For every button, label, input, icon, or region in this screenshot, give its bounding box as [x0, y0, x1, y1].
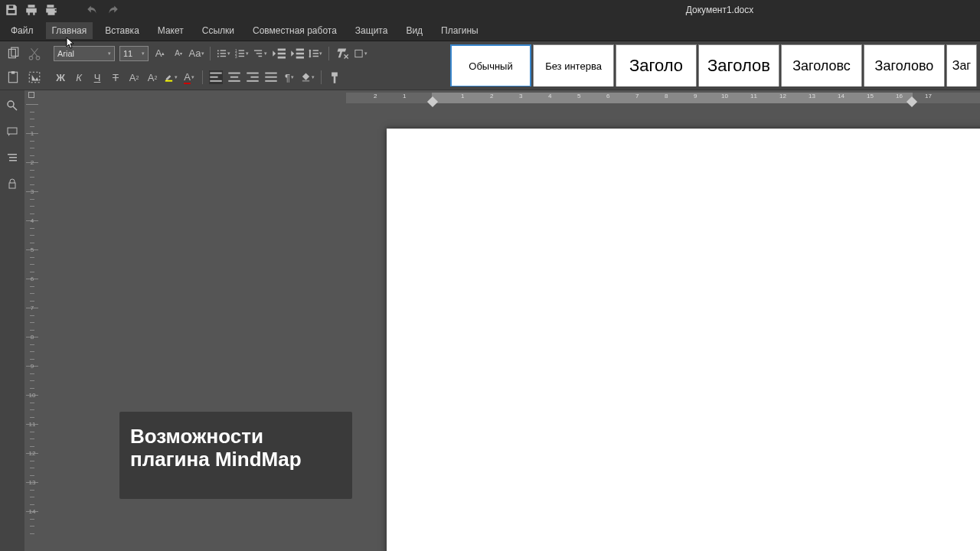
svg-rect-28 — [230, 77, 238, 78]
change-case-icon[interactable]: Aa — [190, 47, 204, 60]
shading-icon[interactable] — [301, 70, 315, 84]
line-spacing-icon[interactable] — [309, 47, 322, 60]
search-icon[interactable] — [6, 99, 18, 112]
svg-rect-33 — [265, 73, 276, 74]
menu-plugins[interactable]: Плагины — [435, 22, 485, 39]
menu-home[interactable]: Главная — [46, 22, 93, 39]
undo-icon[interactable] — [86, 3, 100, 17]
subscript-icon[interactable]: A2 — [145, 70, 159, 84]
style-heading2[interactable]: Заголов — [698, 44, 779, 86]
menu-file[interactable]: Файл — [5, 22, 40, 39]
paragraph-mark-icon[interactable]: ¶ — [283, 70, 296, 84]
underline-icon[interactable]: Ч — [90, 70, 104, 84]
lock-icon[interactable] — [6, 178, 18, 190]
style-no-spacing[interactable]: Без интерва — [533, 44, 614, 86]
svg-rect-12 — [220, 56, 226, 57]
menu-insert[interactable]: Вставка — [99, 22, 145, 39]
menu-protection[interactable]: Защита — [349, 22, 394, 39]
overlay-line1: Возможности — [130, 425, 341, 448]
font-size-combo[interactable]: 11▾ — [119, 46, 149, 61]
borders-icon[interactable] — [354, 47, 368, 60]
numbered-list-icon[interactable]: 123 — [235, 47, 249, 60]
svg-rect-29 — [228, 80, 240, 82]
svg-rect-31 — [250, 77, 258, 78]
svg-rect-16 — [239, 53, 244, 54]
svg-rect-6 — [29, 73, 40, 83]
align-left-icon[interactable] — [209, 70, 223, 84]
svg-rect-35 — [265, 80, 276, 82]
svg-rect-39 — [8, 154, 17, 155]
svg-point-11 — [217, 56, 219, 57]
svg-point-9 — [217, 53, 219, 54]
svg-rect-19 — [254, 50, 262, 51]
superscript-icon[interactable]: A2 — [127, 70, 141, 84]
cut-icon[interactable] — [28, 47, 41, 60]
align-center-icon[interactable] — [227, 70, 241, 84]
svg-rect-32 — [247, 80, 258, 82]
svg-point-37 — [8, 101, 14, 107]
svg-rect-27 — [228, 73, 240, 74]
style-heading5[interactable]: Заг — [946, 44, 977, 86]
increase-font-icon[interactable]: A▴ — [153, 47, 167, 60]
style-gallery: Обычный Без интерва Заголо Заголов Загол… — [450, 44, 980, 86]
decrease-indent-icon[interactable] — [272, 47, 286, 60]
menu-view[interactable]: Вид — [400, 22, 429, 39]
svg-rect-10 — [220, 53, 226, 54]
bold-icon[interactable]: Ж — [54, 70, 67, 84]
style-heading1[interactable]: Заголо — [616, 44, 697, 86]
menu-references[interactable]: Ссылки — [196, 22, 240, 39]
font-name-combo[interactable]: Arial▾ — [54, 46, 115, 61]
svg-point-7 — [217, 50, 219, 51]
decrease-font-icon[interactable]: A▾ — [172, 47, 185, 60]
align-right-icon[interactable] — [246, 70, 260, 84]
svg-rect-36 — [302, 80, 309, 82]
style-normal[interactable]: Обычный — [450, 44, 531, 86]
overlay-line2: плагина MindMap — [130, 448, 341, 471]
multilevel-list-icon[interactable] — [253, 47, 267, 60]
comments-icon[interactable] — [6, 126, 18, 138]
svg-rect-38 — [8, 128, 17, 134]
print-icon[interactable] — [24, 3, 38, 17]
svg-rect-22 — [355, 50, 362, 57]
font-name-value: Arial — [57, 49, 74, 58]
svg-rect-14 — [239, 50, 244, 51]
menu-layout[interactable]: Макет — [152, 22, 190, 39]
document-page[interactable] — [387, 129, 980, 551]
bullet-list-icon[interactable] — [217, 47, 230, 60]
menu-collaboration[interactable]: Совместная работа — [247, 22, 343, 39]
font-size-value: 11 — [123, 49, 132, 58]
style-heading3[interactable]: Заголовс — [781, 44, 862, 86]
clear-format-icon[interactable] — [335, 47, 349, 60]
select-all-icon[interactable] — [28, 70, 41, 84]
style-heading4[interactable]: Заголово — [864, 44, 945, 86]
redo-icon[interactable] — [106, 3, 119, 17]
titlebar: Документ1.docx — [0, 0, 980, 20]
document-title: Документ1.docx — [686, 0, 754, 20]
strikethrough-icon[interactable]: Т — [109, 70, 122, 84]
horizontal-ruler: 211234567891011121314151617 — [346, 90, 980, 106]
svg-rect-30 — [247, 73, 258, 74]
italic-icon[interactable]: К — [72, 70, 86, 84]
svg-rect-5 — [11, 71, 15, 73]
svg-rect-40 — [9, 157, 17, 158]
svg-rect-8 — [220, 50, 226, 51]
ribbon: Arial▾ 11▾ A▴ A▾ Aa 123 Ж К Ч Т A2 A2 A — [0, 41, 980, 90]
print-preview-icon[interactable] — [44, 3, 58, 17]
svg-rect-41 — [9, 160, 17, 161]
headings-icon[interactable] — [6, 152, 18, 164]
svg-rect-42 — [9, 183, 15, 188]
font-color-icon[interactable]: A — [182, 70, 196, 84]
increase-indent-icon[interactable] — [290, 47, 304, 60]
left-toolbar — [0, 90, 24, 551]
svg-rect-25 — [210, 77, 217, 78]
copy-icon[interactable] — [6, 47, 20, 60]
paste-icon[interactable] — [6, 70, 20, 84]
save-icon[interactable] — [5, 3, 18, 17]
highlight-icon[interactable] — [164, 70, 178, 84]
align-justify-icon[interactable] — [264, 70, 278, 84]
format-painter-icon[interactable] — [328, 70, 341, 84]
svg-rect-23 — [165, 80, 172, 82]
svg-rect-34 — [265, 77, 276, 78]
vertical-ruler: 1234567891011121314 — [24, 90, 40, 551]
svg-rect-20 — [256, 53, 262, 54]
